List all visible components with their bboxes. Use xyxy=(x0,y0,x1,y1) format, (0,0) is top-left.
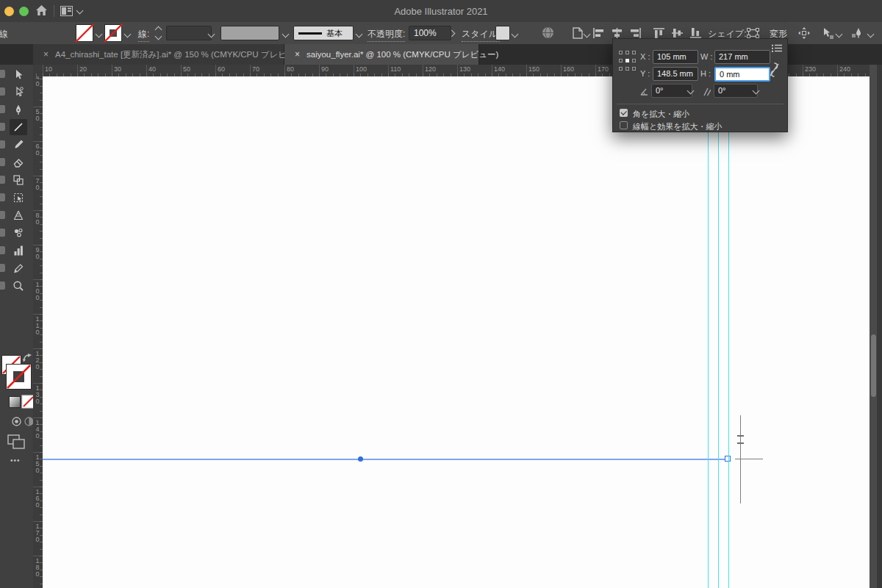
path-anchor-point[interactable] xyxy=(358,456,363,462)
align-right-icon[interactable] xyxy=(629,27,642,39)
reference-point[interactable] xyxy=(625,51,629,54)
swap-fill-stroke-icon[interactable] xyxy=(23,352,32,365)
gradient-button[interactable] xyxy=(10,397,20,407)
align-center-horizontal-icon[interactable] xyxy=(611,27,623,39)
ruler-label: 230 xyxy=(805,66,816,73)
reference-point[interactable] xyxy=(619,59,623,62)
tab-close-icon[interactable]: × xyxy=(295,50,300,59)
pencil-tool[interactable] xyxy=(10,260,27,276)
align-center-vertical-icon[interactable] xyxy=(671,27,684,39)
canvas[interactable] xyxy=(43,76,870,588)
eraser-tool[interactable] xyxy=(10,154,27,171)
stroke-weight-label[interactable]: 線: xyxy=(138,28,149,42)
ruler-label: 120 xyxy=(33,351,42,370)
align-bottom-icon[interactable] xyxy=(689,27,702,39)
document-icon-chevron[interactable] xyxy=(584,31,591,38)
selection-tool[interactable] xyxy=(10,66,27,82)
reference-point[interactable] xyxy=(625,67,629,71)
reference-point-locator[interactable] xyxy=(619,51,637,71)
scale-corners-checkbox[interactable] xyxy=(620,109,628,117)
column-graph-tool[interactable] xyxy=(10,243,27,259)
y-input[interactable]: 148.5 mm xyxy=(653,67,698,81)
vertical-ruler[interactable]: 405060708090100110120130140150160170180 xyxy=(33,76,43,588)
stroke-weight-stepper[interactable] xyxy=(156,27,161,39)
selected-path-line[interactable] xyxy=(43,459,728,460)
reference-point-selected[interactable] xyxy=(625,59,629,62)
width-profile-chevron[interactable] xyxy=(282,31,290,38)
zoom-tool[interactable] xyxy=(10,278,27,294)
app-title: Adobe Illustrator 2021 xyxy=(0,6,882,17)
link-dimensions-broken-icon[interactable] xyxy=(769,61,780,82)
stroke-style-chevron[interactable] xyxy=(356,31,363,38)
opacity-input[interactable]: 100% xyxy=(409,26,451,40)
opacity-label[interactable]: 不透明度: xyxy=(368,28,405,42)
clipped-tool-fragment xyxy=(0,193,5,201)
isolate-selection-icon[interactable] xyxy=(822,27,833,42)
reference-point[interactable] xyxy=(619,67,623,71)
constrain-proportion-icon[interactable] xyxy=(798,27,810,42)
ruler-label: 40 xyxy=(148,66,156,73)
tab-label: saiyou_flyer.ai* @ 100 % (CMYK/CPU プレビュー… xyxy=(306,49,498,60)
free-transform-tool[interactable] xyxy=(10,190,27,206)
ruler-label: 50 xyxy=(183,66,190,73)
h-input[interactable]: 0 mm xyxy=(714,67,770,82)
transform-panel-popup: X : 105 mm W : 217 mm Y : 148.5 mm H : 0… xyxy=(612,38,788,132)
stroke-swatch-none[interactable] xyxy=(105,25,121,41)
reference-point[interactable] xyxy=(632,59,636,62)
stroke-style-dropdown[interactable]: 基本 xyxy=(293,26,354,40)
screen-mode-icon[interactable] xyxy=(7,434,25,452)
ruler-label: 80 xyxy=(287,66,294,73)
scale-strokes-effects-checkbox[interactable] xyxy=(620,121,628,129)
clipped-tool-fragment xyxy=(0,246,5,254)
scale-tool[interactable] xyxy=(10,172,27,188)
shear-angle-icon xyxy=(701,86,711,99)
panel-menu-icon[interactable] xyxy=(772,42,782,55)
style-swatch-chevron[interactable] xyxy=(512,31,519,38)
isolate-selection-chevron[interactable] xyxy=(836,31,843,38)
ruler-label: 150 xyxy=(33,454,42,474)
path-end-anchor-hollow[interactable] xyxy=(725,456,731,462)
ruler-label: 110 xyxy=(390,66,401,73)
w-label: W : xyxy=(700,52,713,61)
clipped-tool-fragment xyxy=(0,211,5,219)
width-profile-dropdown[interactable] xyxy=(220,26,279,40)
document-setup-globe-icon[interactable] xyxy=(542,26,554,42)
direct-selection-tool[interactable] xyxy=(10,84,27,100)
document-icon[interactable] xyxy=(573,27,583,42)
align-left-icon[interactable] xyxy=(592,27,605,39)
document-tab[interactable]: ×saiyou_flyer.ai* @ 100 % (CMYK/CPU プレビュ… xyxy=(284,44,479,65)
symbol-sprayer-tool[interactable] xyxy=(10,225,27,241)
w-input[interactable]: 217 mm xyxy=(714,50,770,64)
edit-toolbar-ellipsis[interactable]: ••• xyxy=(10,456,21,465)
stroke-color-indicator[interactable] xyxy=(7,365,31,389)
cursor-crosshair-vertical xyxy=(740,415,741,503)
tab-close-icon[interactable]: × xyxy=(43,50,49,59)
draw-normal-icon[interactable] xyxy=(12,416,21,429)
x-input[interactable]: 105 mm xyxy=(653,50,698,64)
reference-point[interactable] xyxy=(632,51,636,54)
edit-similar-icon[interactable] xyxy=(851,27,864,42)
document-tab[interactable]: ×A4_chirashi_tate [更新済み].ai* @ 150 % (CM… xyxy=(33,44,284,65)
align-top-icon[interactable] xyxy=(653,27,665,39)
none-button[interactable] xyxy=(23,396,34,407)
style-label[interactable]: スタイル: xyxy=(462,28,500,42)
stroke-swatch-chevron[interactable] xyxy=(124,31,132,38)
vertical-guide[interactable] xyxy=(718,76,719,588)
paintbrush-tool[interactable] xyxy=(10,137,27,153)
shear-select[interactable]: 0° xyxy=(714,84,758,98)
vertical-guide[interactable] xyxy=(708,76,709,588)
paintbrush-icon xyxy=(12,139,24,151)
fill-swatch-chevron[interactable] xyxy=(96,31,103,38)
style-swatch[interactable] xyxy=(495,26,510,40)
edit-similar-chevron[interactable] xyxy=(867,31,875,38)
pen-tool[interactable] xyxy=(10,101,27,118)
reference-point[interactable] xyxy=(632,67,636,71)
stroke-weight-input[interactable] xyxy=(166,26,212,40)
vertical-scrollbar-track[interactable] xyxy=(870,65,877,588)
perspective-grid-tool[interactable] xyxy=(10,207,27,223)
line-segment-tool[interactable] xyxy=(10,119,27,135)
fill-swatch-none[interactable] xyxy=(76,25,93,41)
vertical-guide[interactable] xyxy=(728,76,729,588)
reference-point[interactable] xyxy=(619,51,623,54)
vertical-scrollbar-thumb[interactable] xyxy=(871,334,876,397)
